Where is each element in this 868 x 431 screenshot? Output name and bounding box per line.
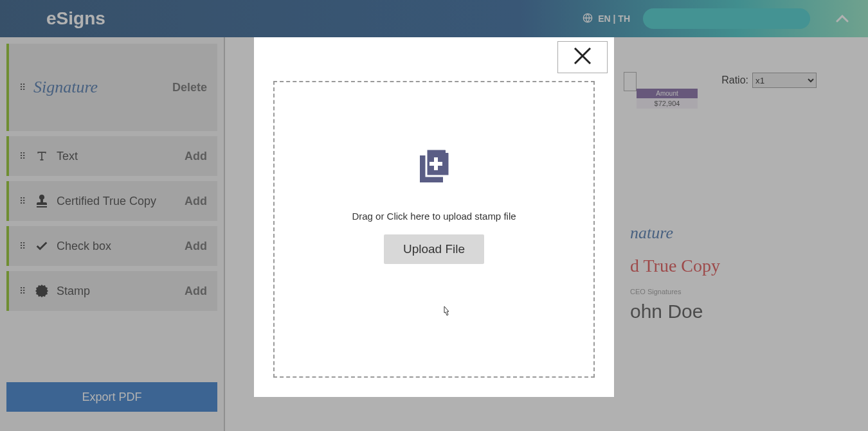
close-button[interactable] xyxy=(557,41,608,73)
upload-file-button[interactable]: Upload File xyxy=(384,234,484,264)
upload-files-icon xyxy=(408,140,460,191)
close-icon xyxy=(571,44,594,70)
dropzone-text: Drag or Click here to upload stamp file xyxy=(352,211,516,222)
dropzone[interactable]: Drag or Click here to upload stamp file … xyxy=(273,81,595,378)
svg-rect-2 xyxy=(429,162,442,166)
modal-overlay[interactable]: Drag or Click here to upload stamp file … xyxy=(0,0,868,431)
upload-modal: Drag or Click here to upload stamp file … xyxy=(254,37,614,397)
